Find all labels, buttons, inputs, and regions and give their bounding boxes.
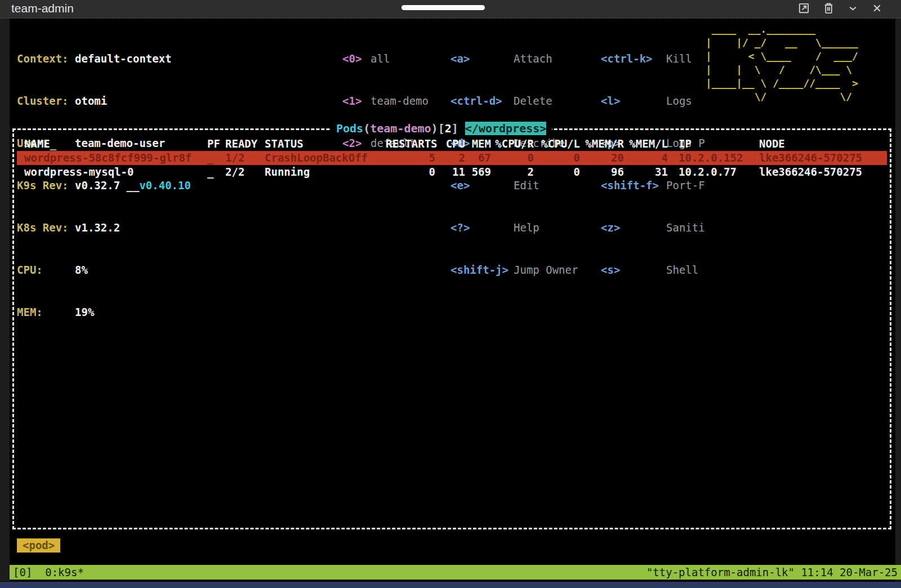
namespace-name: team-demo [370, 122, 431, 135]
table-row-wordpress-mysql[interactable]: wordpress-mysql-0 _ 2/2 Running 0 11 569… [17, 165, 887, 179]
window-right-edge [895, 19, 901, 581]
col-mem-l[interactable]: %MEM/L [624, 137, 668, 151]
context-row: Context:default-context [17, 52, 191, 66]
pods-panel-title: Pods(team-demo)[2] </wordpress> [331, 122, 552, 135]
chevron-down-icon[interactable] [847, 2, 859, 15]
status-badge: CrashLoopBackOff [265, 151, 386, 165]
tmux-session-window: [0] 0:k9s* [13, 565, 84, 580]
col-restarts[interactable]: RESTARTS [386, 137, 435, 151]
col-mem-r[interactable]: %MEM/R [580, 137, 624, 151]
col-name[interactable]: NAME_ [21, 137, 207, 151]
drag-handle[interactable] [402, 5, 485, 10]
hotkey-kill: <ctrl-k>Kill [601, 52, 705, 66]
col-mem[interactable]: MEM [465, 137, 491, 151]
tmux-host-datetime: "tty-platform-admin-lk" 11:14 20-Mar-25 [646, 565, 898, 580]
hotkey-all: <0>all [342, 52, 429, 66]
window-title: team-admin [11, 2, 74, 15]
tmux-statusbar: [0] 0:k9s* "tty-platform-admin-lk" 11:14… [10, 565, 901, 580]
window-left-edge [0, 19, 10, 581]
k9s-ascii-logo: ____ __.________ | |/ _/ __ \______ | < … [706, 23, 858, 104]
titlebar: team-admin [0, 0, 901, 19]
hotkey-logs: <l>Logs [601, 94, 705, 108]
pod-count: 2 [445, 122, 452, 135]
pods-panel: Pods(team-demo)[2] </wordpress> NAME_ PF… [12, 128, 891, 529]
close-icon[interactable] [871, 2, 883, 15]
col-cpu-l[interactable]: %CPU/L [534, 137, 580, 151]
bottom-edge-strip [0, 582, 901, 588]
trash-icon[interactable] [823, 2, 835, 15]
hotkey-delete: <ctrl-d>Delete [450, 94, 578, 108]
col-status[interactable]: STATUS [265, 137, 386, 151]
col-cpu[interactable]: CPU [435, 137, 465, 151]
col-ready[interactable]: READY [225, 137, 265, 151]
col-pf[interactable]: PF [207, 137, 225, 151]
hotkey-team-demo: <1>team-demo [342, 94, 429, 108]
resource-name: Pods [336, 122, 363, 135]
pods-table: NAME_ PF READY STATUS RESTARTS CPU MEM %… [21, 137, 882, 179]
sort-indicator: _ [50, 137, 56, 150]
col-node[interactable]: NODE [758, 137, 882, 151]
popout-icon[interactable] [797, 2, 810, 15]
col-ip[interactable]: IP [668, 137, 758, 151]
status-badge: Running [265, 165, 386, 179]
table-header-row: NAME_ PF READY STATUS RESTARTS CPU MEM %… [17, 137, 887, 151]
cluster-row: Cluster:otomi [17, 94, 191, 108]
table-row-wordpress[interactable]: wordpress-58c8fcf999-glr8f _ 1/2 CrashLo… [17, 151, 887, 165]
breadcrumb-pod-badge: <pod> [17, 538, 60, 553]
col-cpu-r[interactable]: %CPU/R [491, 137, 534, 151]
filter-badge: </wordpress> [465, 122, 547, 135]
hotkey-attach: <a>Attach [450, 52, 578, 66]
